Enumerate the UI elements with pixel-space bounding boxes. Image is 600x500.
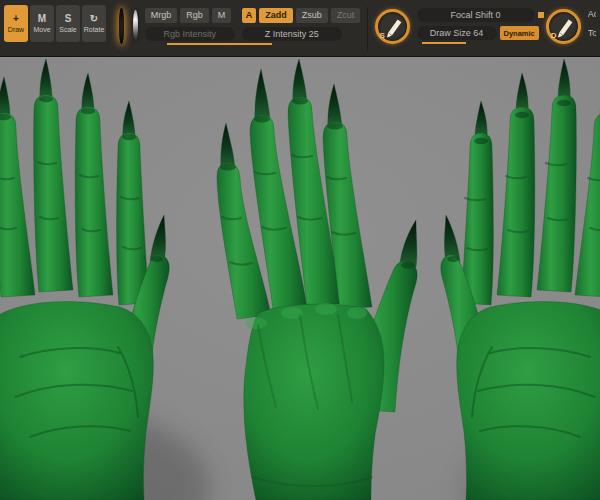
focal-shift-slider[interactable]: Focal Shift 0: [417, 8, 535, 22]
brush-preview-icon[interactable]: [119, 8, 124, 44]
draw-cross-icon: +: [13, 14, 19, 24]
sculptris-letter: S: [380, 31, 385, 40]
draw-size-label: Draw Size 64: [430, 28, 484, 38]
zbrush-window: + Draw M Move S Scale ↻ Rotate Mrgb Rgb …: [0, 0, 600, 500]
brush-size-controls: Focal Shift 0 Draw Size 64 Dynamic: [417, 8, 539, 40]
dynamic-button[interactable]: Dynamic: [500, 26, 539, 40]
zadd-button[interactable]: Zadd: [259, 8, 293, 23]
rgb-intensity-label: Rgb Intensity: [164, 29, 217, 39]
sculpt-viewport[interactable]: [0, 57, 600, 500]
rgb-intensity-slider[interactable]: Rgb Intensity: [145, 27, 235, 41]
rgb-intensity-fill: [167, 43, 249, 45]
depth-mode-row: A Zadd Zsub Zcut: [242, 8, 361, 23]
draw-tool-button[interactable]: + Draw: [4, 5, 28, 42]
rgb-button[interactable]: Rgb: [180, 8, 209, 23]
zsub-button[interactable]: Zsub: [296, 8, 328, 23]
dynamic-draw-size-icon[interactable]: D: [546, 9, 581, 44]
draw-size-slider[interactable]: Draw Size 64: [417, 26, 497, 40]
focal-shift-handle[interactable]: [538, 12, 544, 18]
m-button[interactable]: M: [212, 8, 232, 23]
draw-size-fill: [422, 42, 466, 44]
color-mode-row: Mrgb Rgb M: [145, 8, 235, 23]
rotate-icon: ↻: [90, 14, 98, 24]
scale-tool-button[interactable]: S Scale: [56, 5, 80, 42]
rotate-tool-label: Rotate: [84, 26, 105, 33]
z-intensity-slider[interactable]: Z Intensity 25: [242, 27, 342, 41]
draw-size-row: Draw Size 64 Dynamic: [417, 26, 539, 40]
active-points-label: ActivePoint: [588, 8, 596, 21]
dynamic-letter: D: [551, 31, 557, 40]
top-shelf: + Draw M Move S Scale ↻ Rotate Mrgb Rgb …: [0, 0, 600, 57]
sculptris-pro-icon[interactable]: S: [375, 9, 410, 44]
auto-masking-a-button[interactable]: A: [242, 8, 257, 23]
rotate-tool-button[interactable]: ↻ Rotate: [82, 5, 106, 42]
scale-icon: S: [65, 14, 72, 24]
depth-controls: A Zadd Zsub Zcut Z Intensity 25: [242, 8, 361, 41]
transform-tools: + Draw M Move S Scale ↻ Rotate: [4, 5, 106, 42]
color-controls: Mrgb Rgb M Rgb Intensity: [145, 8, 235, 41]
total-points-label: TotalPoint: [588, 27, 596, 40]
points-info: ActivePoint TotalPoint: [588, 8, 596, 40]
z-intensity-label: Z Intensity 25: [265, 29, 319, 39]
scale-tool-label: Scale: [59, 26, 77, 33]
document-canvas[interactable]: [0, 57, 600, 500]
move-tool-button[interactable]: M Move: [30, 5, 54, 42]
zcut-button[interactable]: Zcut: [331, 8, 361, 23]
z-intensity-fill: [247, 43, 272, 45]
move-icon: M: [38, 14, 46, 24]
draw-tool-label: Draw: [8, 26, 24, 33]
move-tool-label: Move: [33, 26, 50, 33]
material-sphere-icon[interactable]: [133, 10, 138, 41]
focal-shift-label: Focal Shift 0: [450, 10, 500, 20]
mrgb-button[interactable]: Mrgb: [145, 8, 178, 23]
